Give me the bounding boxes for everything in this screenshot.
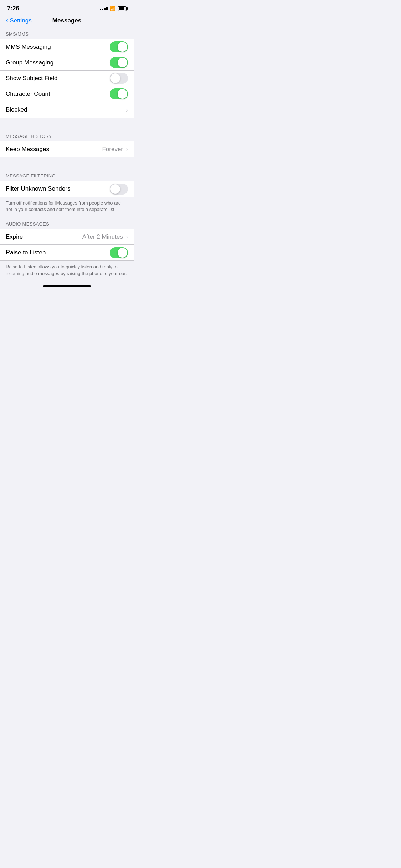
signal-icon <box>100 7 108 10</box>
section-header-message-filtering: MESSAGE FILTERING <box>0 170 134 181</box>
page-title: Messages <box>52 17 81 24</box>
chevron-right-icon: › <box>126 146 128 153</box>
raise-to-listen-footer: Raise to Listen allows you to quickly li… <box>0 261 134 282</box>
raise-to-listen-toggle[interactable] <box>110 247 128 258</box>
filter-unknown-senders-toggle[interactable] <box>110 184 128 195</box>
list-item-show-subject-field: Show Subject Field <box>0 71 134 86</box>
battery-icon <box>118 6 127 11</box>
keep-messages-label: Keep Messages <box>6 146 49 153</box>
back-label: Settings <box>10 17 31 24</box>
sms-mms-group: MMS Messaging Group Messaging Show Subje… <box>0 39 134 118</box>
audio-messages-group: Expire After 2 Minutes › Raise to Listen <box>0 229 134 261</box>
show-subject-field-label: Show Subject Field <box>6 75 58 82</box>
toggle-knob <box>118 42 127 52</box>
toggle-knob <box>110 73 120 83</box>
list-item-group-messaging: Group Messaging <box>0 55 134 71</box>
back-button[interactable]: ‹ Settings <box>6 17 32 24</box>
list-item-keep-messages[interactable]: Keep Messages Forever › <box>0 141 134 157</box>
list-item-mms-messaging: MMS Messaging <box>0 39 134 55</box>
status-icons: 📶 <box>100 6 127 11</box>
keep-messages-value: Forever <box>102 146 123 153</box>
chevron-right-icon: › <box>126 233 128 241</box>
section-header-sms-mms: SMS/MMS <box>0 29 134 39</box>
message-filtering-group: Filter Unknown Senders <box>0 181 134 197</box>
spacer-2 <box>0 157 134 170</box>
list-item-blocked[interactable]: Blocked › <box>0 102 134 118</box>
mms-messaging-toggle[interactable] <box>110 41 128 52</box>
wifi-icon: 📶 <box>110 6 115 11</box>
status-bar: 7:26 📶 <box>0 0 134 14</box>
section-header-message-history: MESSAGE HISTORY <box>0 131 134 141</box>
toggle-knob <box>118 89 127 99</box>
expire-label: Expire <box>6 233 23 241</box>
mms-messaging-label: MMS Messaging <box>6 43 51 51</box>
message-history-group: Keep Messages Forever › <box>0 141 134 157</box>
chevron-left-icon: ‹ <box>6 16 8 24</box>
chevron-right-icon: › <box>126 106 128 114</box>
status-time: 7:26 <box>7 5 19 12</box>
spacer-1 <box>0 118 134 131</box>
filter-unknown-senders-label: Filter Unknown Senders <box>6 185 70 192</box>
expire-value: After 2 Minutes <box>82 233 123 241</box>
home-indicator <box>0 283 134 289</box>
show-subject-field-toggle[interactable] <box>110 73 128 84</box>
group-messaging-toggle[interactable] <box>110 57 128 68</box>
toggle-knob <box>110 184 120 194</box>
toggle-knob <box>118 58 127 67</box>
raise-to-listen-label: Raise to Listen <box>6 249 46 256</box>
section-header-audio-messages: AUDIO MESSAGES <box>0 218 134 229</box>
list-item-expire[interactable]: Expire After 2 Minutes › <box>0 229 134 245</box>
toggle-knob <box>118 248 127 258</box>
group-messaging-label: Group Messaging <box>6 59 53 66</box>
list-item-filter-unknown-senders: Filter Unknown Senders <box>0 181 134 197</box>
list-item-raise-to-listen: Raise to Listen <box>0 245 134 260</box>
nav-bar: ‹ Settings Messages <box>0 14 134 29</box>
filter-unknown-senders-footer: Turn off notifications for iMessages fro… <box>0 197 134 218</box>
list-item-character-count: Character Count <box>0 86 134 102</box>
home-bar <box>43 285 91 287</box>
character-count-label: Character Count <box>6 91 50 98</box>
character-count-toggle[interactable] <box>110 88 128 99</box>
blocked-label: Blocked <box>6 106 27 113</box>
